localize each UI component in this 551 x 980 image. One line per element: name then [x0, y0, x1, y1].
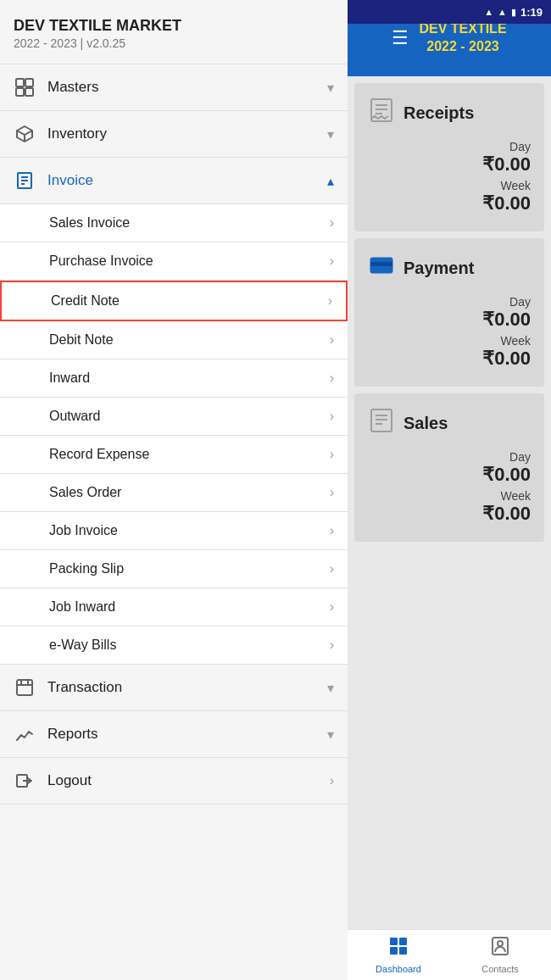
dashboard-label: Dashboard [376, 964, 421, 974]
job-inward-arrow: › [330, 599, 334, 615]
record-expense-label: Record Expense [49, 447, 149, 462]
job-invoice-label: Job Invoice [49, 523, 118, 538]
sub-item-credit-note[interactable]: Credit Note › [0, 281, 348, 321]
receipts-week-label: Week [368, 179, 531, 192]
svg-point-29 [498, 941, 503, 946]
logout-icon [14, 770, 36, 792]
sales-invoice-label: Sales Invoice [49, 215, 130, 231]
sub-item-job-invoice[interactable]: Job Invoice › [0, 512, 348, 550]
svg-rect-26 [390, 947, 398, 955]
payment-icon [368, 252, 395, 285]
svg-rect-24 [390, 938, 398, 945]
bottom-nav-dashboard[interactable]: Dashboard [348, 930, 449, 980]
invoice-label: Invoice [47, 172, 93, 189]
payment-week-value: ₹0.00 [368, 348, 531, 370]
company-name: DEV TEXTILE MARKET [14, 17, 334, 35]
svg-rect-3 [25, 88, 33, 96]
record-expense-arrow: › [330, 447, 334, 462]
content-panel: Receipts Day ₹0.00 Week ₹0.00 Payment Da… [348, 76, 551, 929]
company-year-version: 2022 - 2023 | v2.0.25 [14, 36, 334, 50]
debit-note-arrow: › [330, 332, 334, 348]
payment-day-label: Day [368, 295, 531, 309]
sales-title: Sales [404, 414, 448, 433]
eway-bills-arrow: › [330, 638, 334, 653]
inventory-label: Inventory [47, 125, 107, 142]
sub-item-sales-invoice[interactable]: Sales Invoice › [0, 204, 348, 242]
inventory-icon [14, 123, 36, 145]
svg-rect-8 [17, 680, 32, 695]
receipts-title: Receipts [404, 103, 474, 123]
sub-item-record-expense[interactable]: Record Expense › [0, 436, 348, 474]
sales-day-label: Day [368, 450, 531, 464]
svg-rect-2 [16, 88, 24, 96]
reports-label: Reports [47, 726, 98, 743]
battery-icon: ▮ [511, 7, 516, 18]
job-invoice-arrow: › [330, 523, 334, 538]
inventory-arrow: ▾ [327, 126, 334, 142]
svg-rect-27 [399, 947, 407, 955]
signal-icon: ▲ [498, 7, 507, 17]
outward-arrow: › [330, 409, 334, 424]
contacts-label: Contacts [481, 964, 518, 974]
sales-invoice-arrow: › [330, 215, 334, 231]
payment-day-value: ₹0.00 [368, 309, 531, 331]
sub-item-packing-slip[interactable]: Packing Slip › [0, 550, 348, 588]
sub-item-purchase-invoice[interactable]: Purchase Invoice › [0, 242, 348, 281]
eway-bills-label: e-Way Bills [49, 638, 116, 653]
nav-item-inventory[interactable]: Inventory ▾ [0, 111, 348, 158]
nav-item-logout[interactable]: Logout › [0, 758, 348, 805]
sales-order-label: Sales Order [49, 485, 121, 500]
transaction-icon [14, 677, 36, 699]
reports-icon [14, 723, 36, 745]
sub-item-eway-bills[interactable]: e-Way Bills › [0, 626, 348, 665]
outward-label: Outward [49, 409, 100, 424]
payment-card: Payment Day ₹0.00 Week ₹0.00 [354, 238, 544, 387]
inward-arrow: › [330, 370, 334, 386]
sales-icon [368, 407, 395, 440]
sub-item-sales-order[interactable]: Sales Order › [0, 474, 348, 512]
purchase-invoice-arrow: › [330, 253, 334, 269]
sub-item-outward[interactable]: Outward › [0, 398, 348, 436]
svg-rect-25 [399, 938, 407, 945]
invoice-arrow: ▴ [327, 173, 334, 189]
nav-item-masters[interactable]: Masters ▾ [0, 64, 348, 111]
masters-arrow: ▾ [327, 80, 334, 96]
svg-rect-0 [16, 79, 24, 86]
transaction-label: Transaction [47, 679, 122, 696]
sales-order-arrow: › [330, 485, 334, 500]
reports-arrow: ▾ [327, 727, 334, 743]
bottom-nav-contacts[interactable]: Contacts [449, 930, 551, 980]
packing-slip-label: Packing Slip [49, 561, 124, 576]
sub-item-inward[interactable]: Inward › [0, 359, 348, 398]
logout-arrow: › [330, 773, 334, 788]
sales-day-value: ₹0.00 [368, 464, 531, 486]
job-inward-label: Job Inward [49, 599, 115, 615]
sub-item-debit-note[interactable]: Debit Note › [0, 321, 348, 359]
purchase-invoice-label: Purchase Invoice [49, 253, 153, 269]
contacts-icon [490, 936, 510, 961]
masters-icon [14, 76, 36, 98]
svg-rect-1 [25, 79, 33, 86]
packing-slip-arrow: › [330, 561, 334, 576]
receipts-day-label: Day [368, 140, 531, 153]
dashboard-icon [388, 936, 409, 961]
transaction-arrow: ▾ [327, 680, 334, 696]
sub-item-job-inward[interactable]: Job Inward › [0, 588, 348, 626]
receipts-day-value: ₹0.00 [368, 153, 531, 175]
nav-item-invoice[interactable]: Invoice ▴ [0, 158, 348, 204]
sidebar-header: DEV TEXTILE MARKET 2022 - 2023 | v2.0.25 [0, 0, 348, 64]
inward-label: Inward [49, 370, 90, 386]
hamburger-icon[interactable]: ☰ [392, 27, 409, 49]
payment-title: Payment [404, 259, 474, 278]
nav-item-transaction[interactable]: Transaction ▾ [0, 665, 348, 711]
wifi-icon: ▲ [484, 7, 493, 17]
receipts-week-value: ₹0.00 [368, 192, 531, 214]
nav-item-reports[interactable]: Reports ▾ [0, 711, 348, 758]
sales-week-value: ₹0.00 [368, 503, 531, 525]
receipts-icon [368, 97, 395, 130]
bottom-nav: Dashboard Contacts [348, 929, 551, 980]
status-time: 1:19 [520, 6, 543, 19]
invoice-icon [14, 170, 36, 192]
receipts-card: Receipts Day ₹0.00 Week ₹0.00 [354, 83, 544, 231]
payment-week-label: Week [368, 334, 531, 348]
